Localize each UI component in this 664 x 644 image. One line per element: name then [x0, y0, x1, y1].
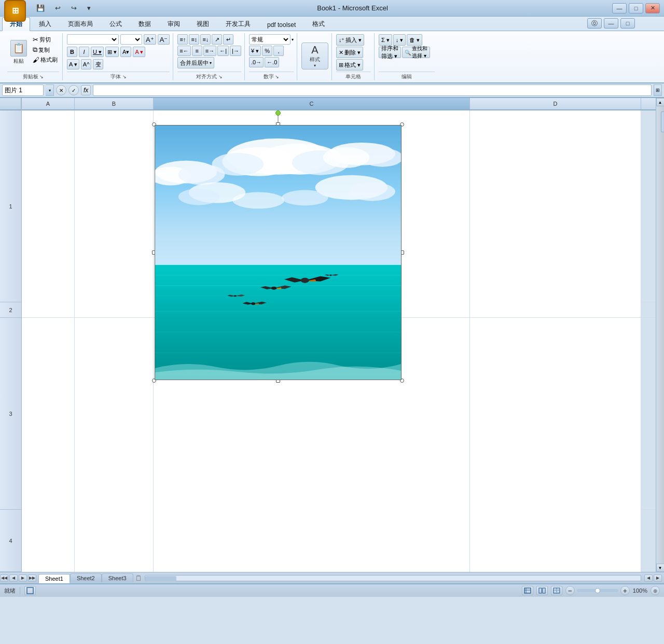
align-center-btn[interactable]: ≡: [192, 46, 202, 56]
first-sheet-btn[interactable]: ◀◀: [0, 575, 8, 582]
last-sheet-btn[interactable]: ▶▶: [28, 575, 36, 582]
ribbon-min-btn[interactable]: —: [604, 18, 618, 29]
col-header-a[interactable]: A: [22, 98, 75, 109]
page-break-view-btn[interactable]: [551, 586, 562, 595]
row-header-2[interactable]: 2: [0, 302, 21, 318]
rotate-handle[interactable]: [275, 110, 281, 116]
indent-inc-btn[interactable]: |→: [230, 46, 241, 56]
cell-b1[interactable]: [75, 110, 154, 302]
decimal-dec-btn[interactable]: ←.0: [265, 57, 279, 67]
increase-font-btn[interactable]: A⁺: [144, 34, 156, 45]
format-cells-btn[interactable]: ⊞ 格式 ▾: [336, 59, 363, 71]
formula-expand-btn[interactable]: ⊞: [654, 85, 662, 96]
border-button[interactable]: ⊞ ▾: [105, 47, 119, 57]
sheet-tab-2[interactable]: Sheet2: [70, 573, 102, 582]
horizontal-scrollbar-thumb[interactable]: [145, 576, 176, 581]
decrease-font-btn[interactable]: A⁻: [158, 34, 170, 45]
zoom-in-btn[interactable]: +: [620, 586, 630, 595]
cell-c4[interactable]: [154, 510, 470, 572]
col-header-b[interactable]: B: [75, 98, 154, 109]
decimal-inc-btn[interactable]: .0→: [249, 57, 264, 67]
find-select-btn[interactable]: 🔍 查找和选择 ▾: [402, 47, 430, 58]
redo-quick-btn[interactable]: ↪: [69, 3, 79, 13]
maximize-button[interactable]: □: [629, 3, 643, 13]
fill-btn[interactable]: ↓ ▾: [393, 34, 406, 46]
tab-insert[interactable]: 插入: [31, 17, 59, 31]
zoom-out-btn[interactable]: −: [565, 586, 575, 595]
fill-color-button[interactable]: A▾: [120, 47, 131, 57]
cell-a1[interactable]: [22, 110, 75, 302]
underline-button[interactable]: U ▾: [91, 47, 104, 57]
name-box[interactable]: 图片 1: [2, 85, 44, 96]
font-color-button[interactable]: A ▾: [133, 47, 145, 57]
cell-a2[interactable]: [22, 302, 75, 317]
prev-sheet-btn[interactable]: ◀: [9, 575, 18, 582]
col-header-c[interactable]: C: [154, 98, 470, 109]
col-header-d[interactable]: D: [470, 98, 641, 109]
formula-input[interactable]: [93, 85, 652, 96]
cell-d2[interactable]: [470, 302, 641, 317]
ribbon-restore-btn[interactable]: □: [620, 18, 635, 29]
ribbon-help-btn[interactable]: ⓪: [587, 18, 602, 29]
hscroll-left-btn[interactable]: ◀: [644, 575, 653, 582]
zoom-slider-track[interactable]: [577, 589, 618, 592]
indent-dec-btn[interactable]: ←|: [217, 46, 229, 56]
sum-btn[interactable]: Σ ▾: [379, 34, 392, 46]
tab-view[interactable]: 视图: [189, 17, 217, 31]
cell-d4[interactable]: [470, 510, 641, 572]
cut-button[interactable]: ✂ 剪切: [31, 35, 59, 44]
transform-btn[interactable]: 变: [93, 59, 103, 69]
page-layout-view-btn[interactable]: [536, 586, 548, 595]
tab-data[interactable]: 数据: [131, 17, 159, 31]
select-all-btn[interactable]: [0, 98, 21, 110]
quick-access-dropdown[interactable]: ▾: [85, 3, 93, 13]
superscript-btn[interactable]: A^: [81, 59, 92, 69]
clear-btn[interactable]: 🗑 ▾: [407, 34, 422, 46]
insert-cells-btn[interactable]: ↓⁺ 插入 ▾: [336, 34, 365, 46]
cancel-formula-btn[interactable]: ✕: [56, 85, 66, 95]
cell-styles-button[interactable]: A 样式 ▾: [301, 43, 328, 69]
office-button[interactable]: ⊞: [4, 0, 26, 22]
align-left-btn[interactable]: ≡←: [177, 46, 190, 56]
normal-view-btn[interactable]: [522, 586, 533, 595]
percent-btn[interactable]: %: [262, 46, 272, 56]
tab-formula[interactable]: 公式: [102, 17, 130, 31]
format-painter-button[interactable]: 🖌 格式刷: [31, 55, 59, 64]
align-right-btn[interactable]: ≡→: [203, 46, 216, 56]
minimize-button[interactable]: —: [612, 3, 627, 13]
image-object[interactable]: [155, 125, 402, 380]
delete-cells-btn[interactable]: ✕ 删除 ▾: [336, 47, 363, 58]
scroll-thumb[interactable]: [661, 111, 665, 132]
close-button[interactable]: ✕: [645, 3, 660, 13]
text-rotate-btn[interactable]: ↗: [212, 34, 222, 45]
sheet-tab-1[interactable]: Sheet1: [38, 574, 70, 583]
undo-quick-btn[interactable]: ↩: [53, 3, 63, 13]
horizontal-scrollbar-track[interactable]: [145, 575, 641, 581]
zoom-fit-btn[interactable]: ⊕: [651, 586, 660, 595]
tab-developer[interactable]: 开发工具: [218, 17, 258, 31]
font-name-select[interactable]: [67, 34, 119, 45]
confirm-formula-btn[interactable]: ✓: [68, 85, 79, 95]
font-size-select[interactable]: [120, 34, 142, 45]
sort-filter-btn[interactable]: 排序和筛选 ▾: [379, 47, 401, 58]
cell-d1[interactable]: [470, 110, 641, 302]
tab-pdf[interactable]: pdf toolset: [259, 19, 303, 31]
scroll-up-btn[interactable]: ▲: [656, 98, 665, 106]
merge-cells-btn[interactable]: 合并后居中 ▾: [177, 57, 214, 68]
thousands-btn[interactable]: ,: [273, 46, 284, 56]
row-header-3[interactable]: 3: [0, 318, 21, 510]
cell-a4[interactable]: [22, 510, 75, 572]
save-quick-btn[interactable]: 💾: [34, 3, 47, 13]
insert-function-btn[interactable]: fx: [81, 85, 91, 95]
hscroll-right-btn[interactable]: ▶: [654, 575, 662, 582]
tab-page-layout[interactable]: 页面布局: [60, 17, 101, 31]
row-header-4[interactable]: 4: [0, 510, 21, 572]
align-middle-btn[interactable]: ≡↕: [189, 34, 199, 45]
row-header-1[interactable]: 1: [0, 110, 21, 302]
wrap-text-btn[interactable]: ↵: [223, 34, 233, 45]
tab-format[interactable]: 格式: [305, 17, 333, 31]
align-top-btn[interactable]: ≡↑: [177, 34, 188, 45]
number-format-select[interactable]: 常规: [249, 34, 290, 45]
paste-button[interactable]: 📋 粘贴: [7, 34, 30, 71]
italic-button[interactable]: I: [79, 47, 89, 57]
